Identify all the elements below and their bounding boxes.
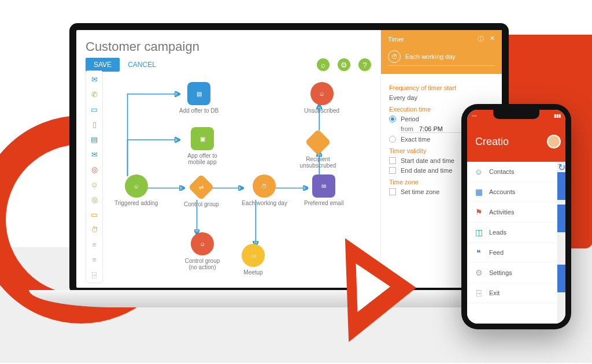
timer-icon: ⏱: [253, 174, 276, 198]
node-preferred-email[interactable]: ✉ Preferred email: [304, 174, 343, 206]
brand-logo: Creatio: [475, 136, 509, 148]
split-icon: [305, 129, 331, 155]
timer-icon: ⏱: [388, 50, 401, 63]
segment-icon[interactable]: ◎: [88, 194, 100, 205]
node-label: Triggered adding: [114, 200, 158, 206]
gear-icon[interactable]: ⚙: [338, 58, 350, 71]
from-time-input[interactable]: 7:06 PM: [419, 125, 443, 132]
checkbox-icon: [389, 157, 396, 164]
checkbox-icon: [389, 167, 396, 174]
from-label: from: [401, 125, 413, 132]
list-add-icon[interactable]: ≡: [88, 239, 100, 250]
contact-icon: ☺: [191, 232, 214, 255]
node-label: App offer to mobile app: [179, 153, 225, 165]
calendar-icon: ▭: [242, 244, 265, 267]
node-label: Control group: [184, 201, 219, 207]
email-icon: ✉: [312, 174, 335, 198]
campaign-canvas[interactable]: ☺ Triggered adding ▤ Add offer to DB ▣ A…: [110, 70, 380, 288]
laptop-screen: Customer campaign SAVE CANCEL ⌕ ⚙ ? ✉✆▭▯…: [69, 23, 509, 295]
leads-icon: ◫: [474, 228, 483, 237]
phone-screen: ◦◦◦ 9:41 ▮▮▮ Creatio ☺Contacts▦Accounts⚑…: [467, 110, 565, 324]
contacts-icon: ☺: [474, 167, 483, 176]
node-control-group[interactable]: ⇄ Control group: [184, 176, 219, 207]
nav-label: Exit: [489, 289, 500, 296]
settings-icon: ⚙: [474, 268, 483, 277]
timer-icon[interactable]: ⏱: [88, 224, 100, 235]
timer-name-input[interactable]: Each working day: [405, 53, 456, 60]
panel-title: Timer: [388, 36, 404, 43]
target-icon[interactable]: ◎: [88, 164, 100, 175]
nav-label: Accounts: [489, 188, 515, 195]
nav-item-activities[interactable]: ⚑Activities: [467, 202, 557, 222]
landing-icon[interactable]: ▤: [88, 133, 100, 145]
email-icon[interactable]: ✉: [88, 73, 100, 85]
nav-label: Settings: [489, 269, 512, 276]
nav-item-settings[interactable]: ⚙Settings: [467, 263, 557, 283]
phone-icon[interactable]: ✆: [88, 88, 100, 100]
frequency-value[interactable]: Every day: [389, 94, 494, 101]
contact-icon: ☺: [125, 174, 148, 198]
radio-icon: [389, 136, 396, 143]
node-label: Each working day: [242, 200, 287, 206]
folder-icon[interactable]: ▭: [88, 209, 100, 220]
laptop-frame: Customer campaign SAVE CANCEL ⌕ ⚙ ? ✉✆▭▯…: [58, 17, 520, 329]
accounts-icon: ▦: [474, 187, 483, 196]
exit-icon: ⍈: [474, 288, 483, 298]
split-icon: ⇄: [188, 174, 214, 200]
node-unsubscribed[interactable]: ☺ Unsubscribed: [304, 82, 339, 114]
element-palette: ✉✆▭▯▤✉◎☺◎▭⏱≡≡⍈: [86, 70, 103, 283]
nav-item-contacts[interactable]: ☺Contacts: [467, 162, 557, 182]
phone-frame: ◦◦◦ 9:41 ▮▮▮ Creatio ☺Contacts▦Accounts⚑…: [461, 104, 571, 329]
nav-label: Feed: [489, 249, 504, 256]
activities-icon: ⚑: [474, 207, 483, 217]
window-icon: ▤: [187, 82, 210, 105]
nav-label: Activities: [489, 209, 514, 216]
help-icon[interactable]: ?: [358, 58, 371, 71]
node-label: Preferred email: [304, 200, 343, 206]
search-icon[interactable]: ⌕: [317, 58, 330, 71]
nav-label: Contacts: [489, 168, 514, 175]
contact-icon[interactable]: ☺: [88, 179, 100, 190]
nav-item-leads[interactable]: ◫Leads: [467, 222, 557, 243]
node-app-offer-mobile[interactable]: ▣ App offer to mobile app: [179, 127, 225, 165]
exit-icon[interactable]: ⍈: [88, 269, 100, 280]
node-label: Unsubscribed: [304, 107, 339, 114]
info-icon[interactable]: ⓘ: [478, 35, 484, 43]
node-each-working-day[interactable]: ⏱ Each working day: [242, 174, 287, 206]
avatar[interactable]: [547, 135, 561, 148]
node-label: Recipient unsubscrubed: [297, 156, 339, 169]
nav-label: Leads: [489, 229, 506, 236]
phone-nav: ☺Contacts▦Accounts⚑Activities◫Leads❝Feed…: [467, 162, 557, 324]
node-label: Add offer to DB: [179, 107, 219, 114]
feed-icon: ❝: [474, 248, 483, 257]
contact-icon: ☺: [310, 82, 334, 105]
nav-item-accounts[interactable]: ▦Accounts: [467, 182, 557, 202]
radio-icon: [389, 116, 396, 122]
section-frequency: Frequency of timer start: [389, 84, 494, 91]
nav-item-exit[interactable]: ⍈Exit: [467, 283, 557, 303]
nav-item-feed[interactable]: ❝Feed: [467, 243, 557, 263]
node-triggered-adding[interactable]: ☺ Triggered adding: [114, 174, 158, 206]
cancel-button[interactable]: CANCEL: [128, 61, 156, 69]
node-add-offer-db[interactable]: ▤ Add offer to DB: [179, 82, 219, 114]
close-icon[interactable]: ✕: [490, 35, 495, 43]
window-icon[interactable]: ▭: [88, 103, 100, 115]
node-label: Control group (no action): [185, 258, 220, 270]
list-remove-icon[interactable]: ≡: [88, 254, 100, 265]
save-button[interactable]: SAVE: [86, 58, 120, 72]
node-meetup[interactable]: ▭ Meetup: [242, 244, 265, 276]
node-control-group-no-action[interactable]: ☺ Control group (no action): [179, 232, 225, 270]
mobile-icon[interactable]: ▯: [88, 118, 100, 130]
checkbox-icon: [389, 188, 396, 195]
node-recipient-unsub[interactable]: Recipient unsubscrubed: [297, 131, 339, 169]
page-title: Customer campaign: [86, 39, 371, 54]
mobile-icon: ▣: [191, 127, 214, 150]
sms-icon[interactable]: ✉: [88, 148, 100, 160]
node-label: Meetup: [243, 269, 262, 276]
